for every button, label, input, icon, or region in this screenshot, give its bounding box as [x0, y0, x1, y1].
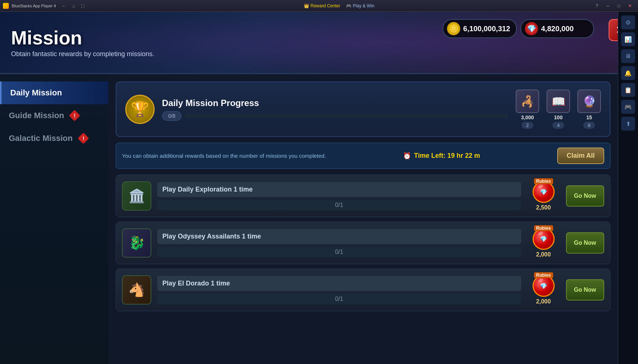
reward-icon-0: 🦂 [516, 90, 539, 113]
content-area: 🏆 Daily Mission Progress 0/8 🦂 3,000 2 [108, 74, 618, 364]
right-panel-icon-5[interactable]: 🎮 [621, 100, 635, 114]
exploration-details: Play Daily Exploration 1 time 0/1 [157, 182, 521, 210]
exploration-name: Play Daily Exploration 1 time [157, 182, 521, 197]
reward-icon-2: 🔮 [577, 90, 601, 113]
nav-back-btn[interactable]: ← [59, 2, 68, 10]
exploration-ruby-icon: Rubies 💎 [533, 181, 555, 203]
page-title: Mission [11, 27, 154, 49]
right-panel-icon-0[interactable]: ⚙ [621, 15, 635, 29]
odyssey-progress: 0/1 [157, 247, 521, 257]
claim-all-button[interactable]: Claim All [557, 148, 604, 164]
info-text: You can obtain additional rewards based … [122, 153, 326, 159]
odyssey-go-now-button[interactable]: Go Now [566, 232, 604, 254]
progress-title: Daily Mission Progress [162, 98, 508, 108]
time-left: ⏰ Time Left: 19 hr 22 m [403, 152, 480, 160]
right-panel-icon-2[interactable]: 🖥 [621, 49, 635, 63]
exploration-ruby-label: Rubies [534, 178, 553, 184]
title-bar-left: BlueStacks App Player 4 ← ⌂ □ [3, 2, 86, 10]
gold-currency: 🪙 6,100,000,312 [443, 19, 517, 38]
page-subtitle: Obtain fantastic rewards by completing m… [11, 50, 154, 58]
nav-square-btn[interactable]: □ [79, 2, 86, 10]
reward-count-2: 15 [586, 114, 592, 120]
eldorado-reward: Rubies 💎 2,000 [527, 275, 560, 305]
ruby-currency: 💎 4,820,000 [520, 19, 594, 38]
right-panel-icon-3[interactable]: 🔔 [621, 66, 635, 80]
reward-item-1: 📖 100 4 [547, 90, 570, 129]
odyssey-ruby-label: Rubies [534, 225, 553, 231]
mission-title: Mission Obtain fantastic rewards by comp… [11, 27, 154, 58]
time-left-value: Time Left: 19 hr 22 m [414, 152, 480, 160]
eldorado-name: Play El Dorado 1 time [157, 276, 521, 291]
sidebar-item-galactic[interactable]: Galactic Mission ! [0, 127, 108, 150]
sidebar-galactic-label: Galactic Mission [9, 134, 73, 143]
odyssey-name: Play Odyssey Assailants 1 time [157, 229, 521, 244]
odyssey-reward: Rubies 💎 2,000 [527, 228, 560, 258]
eldorado-ruby-label: Rubies [534, 272, 553, 278]
exploration-reward: Rubies 💎 2,500 [527, 181, 560, 211]
exploration-icon: 🏛️ [122, 181, 151, 211]
mission-item-exploration: 🏛️ Play Daily Exploration 1 time 0/1 Rub… [116, 175, 610, 217]
ruby-value: 4,820,000 [541, 25, 574, 33]
eldorado-icon: 🐴 [122, 275, 151, 305]
eldorado-ruby-amount: 2,000 [536, 298, 551, 305]
reward-milestone-0: 2 [522, 122, 533, 129]
eldorado-details: Play El Dorado 1 time 0/1 [157, 276, 521, 304]
title-bar: BlueStacks App Player 4 ← ⌂ □ 👑 Reward C… [0, 0, 638, 12]
currency-bar: 🪙 6,100,000,312 💎 4,820,000 [443, 19, 594, 38]
app-name: BlueStacks App Player 4 [12, 4, 56, 8]
exploration-go-now-button[interactable]: Go Now [566, 185, 604, 207]
help-btn[interactable]: ? [592, 2, 602, 10]
nav-home-btn[interactable]: ⌂ [70, 2, 77, 10]
odyssey-ruby-amount: 2,000 [536, 251, 551, 258]
progress-bar-track [184, 114, 508, 118]
mission-item-odyssey: 🐉 Play Odyssey Assailants 1 time 0/1 Rub… [116, 222, 610, 264]
play-win-link[interactable]: 🎮 Play & Win [346, 3, 374, 8]
reward-count-0: 3,000 [521, 114, 534, 120]
right-panel-icon-1[interactable]: 📊 [621, 32, 635, 46]
odyssey-details: Play Odyssey Assailants 1 time 0/1 [157, 229, 521, 257]
bluestacks-logo [3, 3, 9, 9]
odyssey-icon: 🐉 [122, 228, 151, 258]
progress-pill: 0/8 [162, 111, 181, 121]
sidebar-item-daily[interactable]: Daily Mission [0, 81, 108, 104]
sidebar-item-guide[interactable]: Guide Mission ! [0, 104, 108, 127]
trophy-icon: 🏆 [125, 95, 155, 124]
guide-notification-badge: ! [69, 110, 80, 121]
close-window-btn[interactable]: ✕ [625, 2, 635, 10]
progress-info: Daily Mission Progress 0/8 [162, 98, 508, 121]
exploration-progress: 0/1 [157, 200, 521, 210]
sidebar-daily-label: Daily Mission [10, 88, 62, 98]
progress-bar-container: 0/8 [162, 111, 508, 121]
gold-icon: 🪙 [447, 22, 460, 35]
eldorado-progress: 0/1 [157, 294, 521, 304]
main-content: Daily Mission Guide Mission ! Galactic M… [0, 74, 618, 364]
progress-section: 🏆 Daily Mission Progress 0/8 🦂 3,000 2 [116, 81, 610, 137]
reward-icon-1: 📖 [547, 90, 570, 113]
right-panel-icon-6[interactable]: ⬆ [621, 117, 635, 131]
info-bar: You can obtain additional rewards based … [116, 143, 610, 169]
galactic-notification-badge: ! [78, 132, 89, 144]
gold-value: 6,100,000,312 [463, 25, 510, 33]
sidebar-guide-label: Guide Mission [9, 111, 64, 120]
mission-item-eldorado: 🐴 Play El Dorado 1 time 0/1 Rubies 💎 2,0… [116, 269, 610, 311]
right-panel-icon-4[interactable]: 📋 [621, 83, 635, 97]
reward-milestones: 🦂 3,000 2 📖 100 4 🔮 15 8 [516, 90, 601, 129]
top-area: Mission Obtain fantastic rewards by comp… [0, 12, 638, 74]
reward-item-2: 🔮 15 8 [577, 90, 601, 129]
minimize-btn[interactable]: ─ [603, 2, 613, 10]
maximize-btn[interactable]: □ [614, 2, 624, 10]
exploration-ruby-amount: 2,500 [536, 204, 551, 211]
window-controls[interactable]: ? ─ □ ✕ [592, 2, 635, 10]
title-bar-nav[interactable]: ← ⌂ □ [59, 2, 86, 10]
reward-center-link[interactable]: 👑 Reward Center [304, 3, 340, 8]
ruby-icon: 💎 [525, 22, 538, 35]
eldorado-go-now-button[interactable]: Go Now [566, 279, 604, 301]
reward-item-0: 🦂 3,000 2 [516, 90, 539, 129]
clock-icon: ⏰ [403, 152, 411, 160]
eldorado-ruby-icon: Rubies 💎 [533, 275, 555, 297]
reward-count-1: 100 [554, 114, 562, 120]
reward-milestone-2: 8 [583, 122, 595, 129]
right-panel: ⚙ 📊 🖥 🔔 📋 🎮 ⬆ [618, 12, 638, 364]
reward-milestone-1: 4 [552, 122, 564, 129]
sidebar: Daily Mission Guide Mission ! Galactic M… [0, 74, 108, 364]
